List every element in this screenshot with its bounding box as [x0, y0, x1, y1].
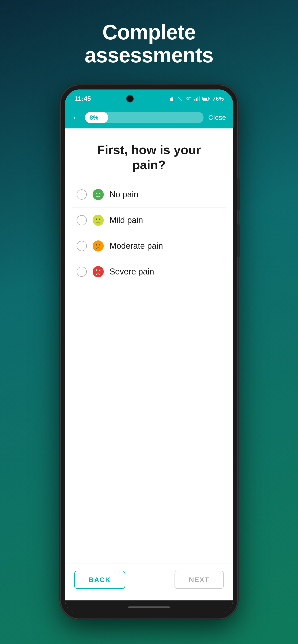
home-bar: [128, 606, 170, 608]
back-button[interactable]: BACK: [74, 571, 125, 589]
home-indicator: [65, 600, 233, 614]
radio-no-pain[interactable]: [77, 190, 87, 200]
option-no-pain-label: No pain: [110, 190, 138, 199]
svg-rect-4: [197, 97, 198, 101]
back-arrow-icon[interactable]: ←: [72, 113, 80, 122]
svg-point-9: [93, 189, 104, 200]
progress-fill: 8%: [85, 112, 108, 123]
svg-point-14: [99, 218, 101, 220]
close-button[interactable]: Close: [208, 114, 226, 122]
emoji-mild-pain: [92, 214, 104, 226]
svg-point-18: [99, 244, 101, 246]
svg-point-12: [93, 215, 104, 226]
mute-icon: [177, 96, 183, 102]
battery-percent: 76%: [213, 96, 224, 102]
next-button[interactable]: NEXT: [175, 571, 224, 589]
svg-rect-5: [199, 96, 200, 101]
option-severe-pain[interactable]: Severe pain: [72, 259, 226, 284]
progress-pill: 8%: [85, 112, 203, 123]
svg-rect-8: [209, 98, 210, 100]
signal-icon: [194, 96, 200, 101]
emoji-severe-pain: [92, 266, 104, 278]
wifi-icon: [186, 96, 192, 101]
svg-rect-7: [203, 98, 207, 100]
option-severe-pain-label: Severe pain: [110, 267, 154, 276]
svg-point-17: [96, 244, 98, 246]
bag-icon: [169, 96, 175, 102]
svg-rect-0: [170, 98, 173, 100]
phone-screen: 11:45 76% ←: [65, 90, 233, 614]
progress-percent: 8%: [90, 114, 98, 121]
svg-rect-2: [194, 99, 195, 101]
battery-icon: [202, 97, 210, 101]
svg-point-10: [96, 193, 98, 194]
status-icons: 76%: [169, 96, 224, 102]
question-title: First, how is your pain?: [65, 128, 233, 182]
option-mild-pain-label: Mild pain: [110, 215, 143, 225]
status-time: 11:45: [74, 95, 91, 102]
emoji-moderate-pain: [92, 240, 104, 252]
progress-bar-area: ← 8% Close: [65, 108, 233, 128]
status-bar: 11:45 76%: [65, 90, 233, 108]
camera-notch: [126, 95, 134, 102]
bottom-nav: BACK NEXT: [65, 564, 233, 600]
phone-mockup: 11:45 76% ←: [61, 85, 237, 618]
svg-point-13: [96, 218, 98, 220]
svg-rect-3: [196, 98, 197, 101]
page-title: Complete assessments: [85, 21, 213, 67]
svg-point-16: [93, 240, 104, 252]
svg-point-11: [99, 193, 101, 194]
svg-point-19: [93, 266, 104, 277]
option-mild-pain[interactable]: Mild pain: [72, 208, 226, 233]
options-list: No pain Mild pain: [65, 182, 233, 373]
option-no-pain[interactable]: No pain: [72, 182, 226, 208]
option-moderate-pain-label: Moderate pain: [110, 241, 163, 251]
radio-mild-pain[interactable]: [77, 215, 87, 225]
main-content: First, how is your pain? No pain: [65, 128, 233, 564]
emoji-no-pain: [92, 189, 104, 200]
content-spacer: [65, 372, 233, 564]
progress-container: 8%: [85, 112, 203, 123]
radio-severe-pain[interactable]: [77, 266, 87, 277]
radio-moderate-pain[interactable]: [77, 241, 87, 251]
option-moderate-pain[interactable]: Moderate pain: [72, 233, 226, 259]
